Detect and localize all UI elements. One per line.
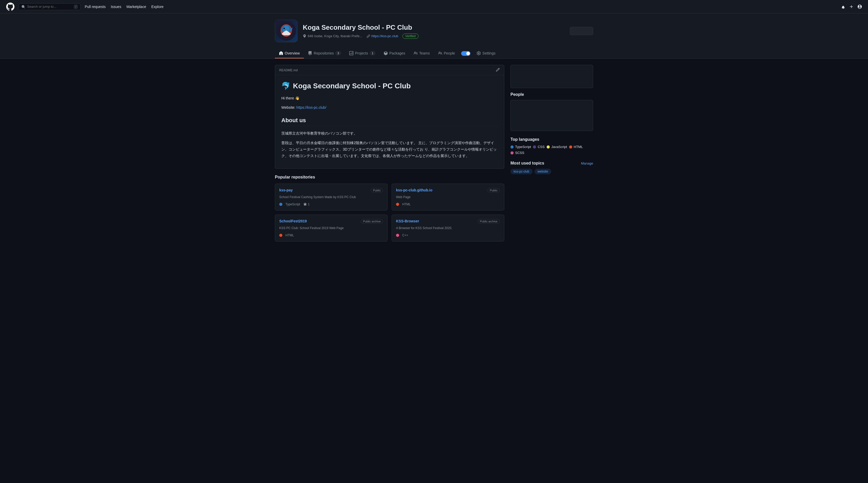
- projects-label: Projects: [355, 51, 368, 55]
- lang-typescript: TypeScript: [510, 145, 531, 149]
- star-icon: [303, 202, 307, 206]
- repo-card: kss-pay Public School Festival Cashing S…: [275, 184, 388, 211]
- nav-marketplace[interactable]: Marketplace: [126, 5, 146, 9]
- repo-name[interactable]: kss-pay: [279, 188, 293, 192]
- scss-label: SCSS: [515, 151, 524, 155]
- repo-icon: [308, 51, 312, 55]
- org-name-section: Koga Secondary School - PC Club 846 Isob…: [303, 24, 565, 39]
- nav-explore[interactable]: Explore: [151, 5, 163, 9]
- github-logo-icon[interactable]: [6, 3, 14, 11]
- readme-website-url[interactable]: https://kss-pc.club/: [296, 105, 326, 109]
- search-box[interactable]: /: [19, 3, 81, 10]
- nav-projects[interactable]: Projects 1: [345, 49, 379, 58]
- nav-right-actions: [841, 5, 862, 9]
- topics-section: Most used topics Manage kss-pc-club webs…: [510, 161, 593, 174]
- nav-packages[interactable]: Packages: [379, 49, 409, 58]
- top-languages-title: Top languages: [510, 137, 593, 142]
- search-icon: [22, 5, 25, 8]
- org-location: 846 Isobe, Koga City, Ibaraki Prefe...: [303, 34, 363, 38]
- ts-label: TypeScript: [515, 145, 531, 149]
- user-menu-icon[interactable]: [858, 5, 862, 9]
- repo-footer: C++: [396, 233, 500, 237]
- lang-dot-html: [279, 234, 282, 237]
- nav-issues[interactable]: Issues: [111, 5, 121, 9]
- css-color-dot: [533, 146, 536, 149]
- repo-lang: HTML: [402, 202, 411, 206]
- languages-list: TypeScript CSS JavaScript HTML SCSS: [510, 145, 593, 155]
- nav-pull-requests[interactable]: Pull requests: [85, 5, 106, 9]
- settings-label: Settings: [482, 51, 495, 55]
- search-kbd: /: [74, 5, 78, 9]
- repo-card: kss-pc-club.github.io Public Web Page HT…: [392, 184, 504, 211]
- readme-para1: 茨城県立古河中等教育学校のパソコン部です。: [281, 130, 498, 137]
- main-content: README.md 🐬 Koga Secondary School - PC C…: [269, 65, 599, 248]
- repo-footer: TypeScript 1: [279, 202, 383, 206]
- manage-topics-link[interactable]: Manage: [581, 161, 593, 165]
- repo-desc: School Festival Cashing System Made by K…: [279, 195, 383, 199]
- sidebar-people-title: People: [510, 92, 593, 97]
- org-website-link[interactable]: https://kss-pc.club: [371, 34, 398, 38]
- people-label: People: [444, 51, 455, 55]
- org-nav: Overview Repositories 3 Projects 1: [275, 49, 593, 58]
- readme-header: README.md: [275, 65, 504, 75]
- repositories-count: 3: [335, 51, 341, 55]
- topic-tag[interactable]: kss-pc-club: [510, 169, 532, 174]
- edit-icon[interactable]: [496, 68, 500, 72]
- popular-repos-title: Popular repositories: [275, 175, 504, 180]
- scss-color-dot: [510, 151, 514, 155]
- readme-website: Website: https://kss-pc.club/: [281, 105, 498, 111]
- nav-overview[interactable]: Overview: [275, 49, 304, 58]
- org-logo-icon: [276, 21, 297, 41]
- repo-name[interactable]: kss-pc-club.github.io: [396, 188, 432, 192]
- private-toggle[interactable]: [461, 51, 470, 56]
- topic-tags: kss-pc-club website: [510, 169, 593, 174]
- org-header: Koga Secondary School - PC Club 846 Isob…: [0, 13, 868, 59]
- left-column: README.md 🐬 Koga Secondary School - PC C…: [275, 65, 504, 248]
- html-color-dot: [569, 146, 572, 149]
- repo-lang: HTML: [285, 233, 294, 237]
- projects-count: 1: [370, 51, 375, 55]
- gear-icon: [476, 51, 481, 55]
- topic-tag[interactable]: website: [534, 169, 551, 174]
- nav-links: Pull requests Issues Marketplace Explore: [85, 5, 837, 9]
- org-website: https://kss-pc.club: [367, 34, 398, 38]
- top-navigation: / Pull requests Issues Marketplace Explo…: [0, 0, 868, 13]
- sidebar-banner: [510, 65, 593, 88]
- teams-icon: [413, 51, 418, 55]
- teams-label: Teams: [419, 51, 430, 55]
- repo-name[interactable]: KSS-Browser: [396, 219, 419, 223]
- popular-repos-section: Popular repositories kss-pay Public Scho…: [275, 175, 504, 242]
- plus-icon[interactable]: [849, 5, 854, 9]
- repositories-label: Repositories: [314, 51, 334, 55]
- readme-title: 🐬 Koga Secondary School - PC Club: [281, 82, 498, 90]
- nav-people[interactable]: People: [434, 49, 459, 58]
- org-action-button[interactable]: [570, 27, 593, 35]
- nav-teams[interactable]: Teams: [409, 49, 434, 58]
- readme-greeting: Hi there 👋: [281, 95, 498, 101]
- search-input[interactable]: [27, 5, 72, 8]
- projects-icon: [349, 51, 353, 55]
- home-icon: [279, 51, 283, 55]
- repos-grid: kss-pay Public School Festival Cashing S…: [275, 184, 504, 242]
- readme-title-text: Koga Secondary School - PC Club: [293, 82, 411, 90]
- repo-name[interactable]: SchoolFest2019: [279, 219, 307, 223]
- sidebar-people-block: [510, 100, 593, 131]
- readme-website-label: Website:: [281, 105, 295, 109]
- nav-repositories[interactable]: Repositories 3: [304, 49, 345, 58]
- topics-title: Most used topics: [510, 161, 544, 166]
- sidebar: People Top languages TypeScript CSS Java…: [510, 65, 593, 248]
- nav-settings[interactable]: Settings: [472, 49, 500, 58]
- repo-badge: Public: [371, 188, 383, 193]
- org-avatar-image: [275, 20, 297, 42]
- repo-desc: KSS PC Club: School Festival 2019 Web Pa…: [279, 226, 383, 230]
- readme-para2: 普段は、平日の月水金曜日の放課後に特別棟2階奥のパソコン室で活動しています。 主…: [281, 140, 498, 159]
- org-name: Koga Secondary School - PC Club: [303, 24, 565, 32]
- people-icon: [438, 51, 442, 55]
- notifications-icon[interactable]: [841, 5, 845, 9]
- repo-badge: Public archive: [478, 219, 500, 224]
- org-avatar: [275, 20, 298, 42]
- verified-badge: Verified: [402, 34, 418, 39]
- readme-title-emoji: 🐬: [281, 82, 290, 90]
- html-label: HTML: [574, 145, 583, 149]
- css-label: CSS: [537, 145, 545, 149]
